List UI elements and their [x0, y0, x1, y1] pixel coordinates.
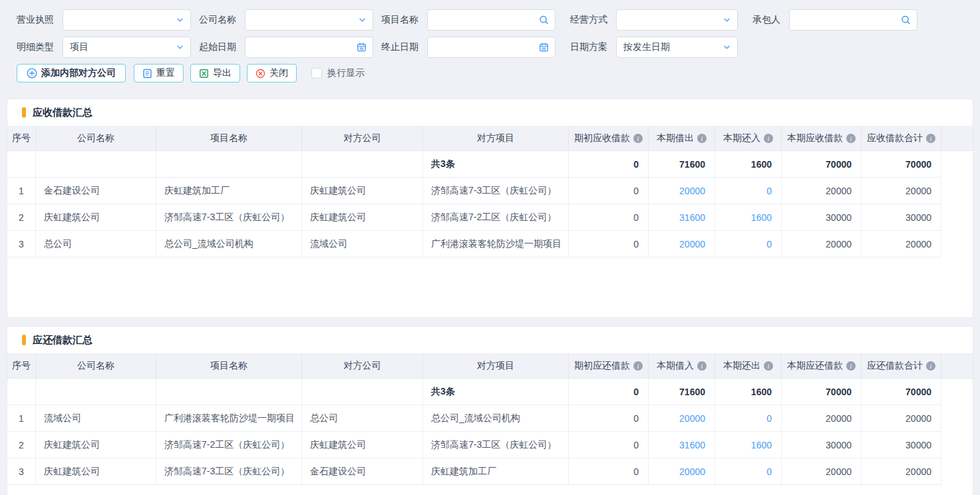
table-row: 2庆虹建筑公司济邹高速7-3工区（庆虹公司）庆虹建筑公司济邹高速7-2工区（庆虹… — [7, 204, 973, 231]
cell-text: 流域公司 — [44, 412, 81, 424]
info-icon[interactable]: i — [633, 134, 643, 143]
filter-project-name: 项目名称 — [381, 9, 556, 31]
data-cell: 30000 — [782, 432, 862, 458]
info-icon[interactable]: i — [764, 134, 773, 143]
cell-text: 20000 — [905, 186, 931, 196]
cell-text: 20000 — [826, 466, 852, 477]
data-cell: 庆虹建筑公司 — [302, 432, 423, 458]
amount-link[interactable]: 0 — [766, 186, 772, 196]
cell-text: 0 — [633, 413, 639, 424]
table-row: 1金石建设公司庆虹建筑加工厂庆虹建筑公司济邹高速7-3工区（庆虹公司）02000… — [7, 178, 973, 204]
column-header-label: 对方公司 — [344, 360, 381, 372]
column-header-label: 序号 — [12, 132, 31, 144]
data-cell: 20000 — [862, 178, 941, 204]
date-scheme-select[interactable]: 按发生日期 — [616, 37, 738, 58]
cell-text: 庆虹建筑公司 — [44, 212, 100, 224]
start-date-input[interactable] — [245, 37, 373, 58]
amount-link[interactable]: 31600 — [679, 212, 705, 223]
cell-text: 0 — [633, 239, 639, 249]
info-icon[interactable]: i — [764, 361, 773, 371]
data-cell: 0 — [715, 178, 782, 204]
summary-cell: 1600 — [715, 151, 782, 178]
amount-link[interactable]: 20000 — [679, 239, 705, 249]
section-title: 应收借款汇总 — [33, 106, 92, 119]
cell-text: 0 — [633, 440, 639, 450]
button-label: 重置 — [156, 67, 175, 79]
data-cell: 0 — [569, 432, 649, 458]
amount-link[interactable]: 20000 — [679, 413, 705, 424]
calendar-icon[interactable] — [539, 43, 549, 53]
table-row: 3总公司总公司_流域公司机构流域公司广利港滚装客轮防沙堤一期项目02000002… — [7, 231, 973, 257]
row-filler — [941, 231, 973, 257]
add-internal-company-button[interactable]: 添加内部对方公司 — [17, 64, 126, 82]
info-icon[interactable]: i — [926, 361, 935, 371]
info-icon[interactable]: i — [697, 134, 707, 143]
data-cell: 2 — [7, 432, 36, 458]
cell-text: 庆虹建筑公司 — [44, 466, 100, 478]
amount-link[interactable]: 31600 — [679, 440, 705, 450]
amount-link[interactable]: 0 — [766, 239, 772, 249]
project-name-search-input[interactable] — [427, 9, 556, 31]
data-cell: 1600 — [715, 204, 782, 231]
data-cell: 0 — [715, 458, 782, 485]
chevron-down-icon — [176, 16, 184, 25]
detail-type-select[interactable]: 项目 — [63, 37, 191, 58]
data-cell: 0 — [569, 231, 649, 257]
business-mode-select[interactable] — [616, 9, 738, 31]
data-cell: 20000 — [862, 405, 941, 432]
cell-text: 总公司 — [44, 238, 72, 250]
info-icon[interactable]: i — [633, 361, 643, 371]
wrap-display-toggle[interactable]: 换行显示 — [311, 67, 365, 79]
data-cell: 0 — [569, 178, 649, 204]
summary-value: 71600 — [679, 387, 705, 397]
cell-text: 济邹高速7-3工区（庆虹公司） — [431, 439, 556, 451]
column-header: 期初应还借款i — [569, 353, 649, 379]
table-row: 2庆虹建筑公司济邹高速7-2工区（庆虹公司）庆虹建筑公司济邹高速7-3工区（庆虹… — [7, 432, 973, 458]
amount-link[interactable]: 0 — [766, 413, 772, 424]
summary-cell — [36, 379, 156, 405]
info-icon[interactable]: i — [926, 134, 935, 143]
cell-text: 总公司 — [310, 412, 338, 424]
data-cell: 20000 — [862, 231, 941, 257]
filter-label: 营业执照 — [17, 14, 54, 26]
filter-company-name: 公司名称 — [199, 9, 373, 31]
column-header: 本期还入i — [715, 126, 782, 151]
cell-text: 1 — [19, 186, 24, 196]
column-header: 公司名称 — [36, 126, 156, 151]
filter-row-1: 营业执照 公司名称 项目名称 — [0, 9, 980, 31]
wrap-display-checkbox[interactable] — [311, 68, 322, 79]
data-cell: 3 — [7, 231, 36, 257]
calendar-icon[interactable] — [357, 43, 367, 53]
info-icon[interactable]: i — [697, 361, 707, 371]
contractor-search-input[interactable] — [789, 9, 917, 31]
amount-link[interactable]: 1600 — [751, 440, 772, 450]
reset-button[interactable]: 重置 — [134, 64, 184, 82]
amount-link[interactable]: 1600 — [751, 212, 772, 223]
column-header: 对方项目 — [423, 126, 569, 151]
info-icon[interactable]: i — [846, 134, 856, 143]
data-cell: 总公司 — [36, 231, 156, 257]
summary-cell — [36, 151, 156, 178]
business-license-select[interactable] — [63, 9, 191, 31]
row-filler — [941, 405, 973, 432]
amount-link[interactable]: 20000 — [679, 186, 705, 196]
info-icon[interactable]: i — [846, 361, 856, 371]
search-icon[interactable] — [901, 15, 911, 25]
amount-link[interactable]: 0 — [766, 466, 772, 477]
export-button[interactable]: 导出 — [190, 64, 240, 82]
data-cell: 0 — [715, 231, 782, 257]
chevron-down-icon — [723, 16, 731, 25]
amount-link[interactable]: 20000 — [679, 466, 705, 477]
filter-detail-type: 明细类型 项目 — [0, 37, 191, 58]
close-button[interactable]: 关闭 — [247, 64, 297, 82]
toolbar: 添加内部对方公司 重置 导出 关闭 换行显示 — [17, 64, 980, 82]
data-cell: 济邹高速7-2工区（庆虹公司） — [423, 204, 569, 231]
end-date-input[interactable] — [427, 37, 556, 58]
company-name-select[interactable] — [245, 9, 373, 31]
row-filler — [941, 204, 973, 231]
data-cell: 0 — [569, 458, 649, 485]
search-icon[interactable] — [539, 15, 549, 25]
column-header: 序号 — [7, 353, 36, 379]
summary-count: 共3条 — [431, 386, 455, 398]
cell-text: 0 — [633, 466, 639, 477]
